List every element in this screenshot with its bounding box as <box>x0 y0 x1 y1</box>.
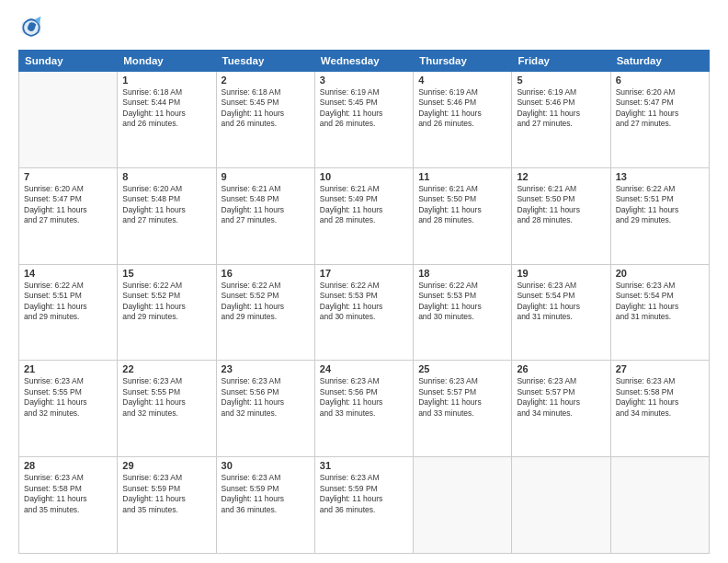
calendar-cell: 2Sunrise: 6:18 AM Sunset: 5:45 PM Daylig… <box>216 72 314 168</box>
calendar-cell: 17Sunrise: 6:22 AM Sunset: 5:53 PM Dayli… <box>314 264 413 361</box>
day-number: 11 <box>418 171 506 182</box>
calendar-cell: 4Sunrise: 6:19 AM Sunset: 5:46 PM Daylig… <box>414 72 512 168</box>
day-number: 12 <box>517 171 605 182</box>
weekday-header-friday: Friday <box>512 51 610 72</box>
day-number: 19 <box>517 268 605 279</box>
calendar-cell: 31Sunrise: 6:23 AM Sunset: 5:59 PM Dayli… <box>314 457 413 554</box>
cell-text: Sunrise: 6:22 AM Sunset: 5:53 PM Dayligh… <box>418 281 506 323</box>
cell-text: Sunrise: 6:19 AM Sunset: 5:46 PM Dayligh… <box>517 87 605 130</box>
weekday-header-sunday: Sunday <box>19 51 118 72</box>
cell-text: Sunrise: 6:20 AM Sunset: 5:47 PM Dayligh… <box>24 184 112 226</box>
day-number: 24 <box>320 363 408 374</box>
cell-text: Sunrise: 6:23 AM Sunset: 5:54 PM Dayligh… <box>616 281 704 323</box>
calendar-cell: 24Sunrise: 6:23 AM Sunset: 5:56 PM Dayli… <box>314 361 413 457</box>
day-number: 10 <box>320 171 408 182</box>
calendar-cell: 12Sunrise: 6:21 AM Sunset: 5:50 PM Dayli… <box>512 167 610 264</box>
cell-text: Sunrise: 6:19 AM Sunset: 5:45 PM Dayligh… <box>320 87 408 130</box>
cell-text: Sunrise: 6:22 AM Sunset: 5:52 PM Dayligh… <box>122 281 210 323</box>
cell-text: Sunrise: 6:23 AM Sunset: 5:55 PM Dayligh… <box>24 376 112 419</box>
logo-icon <box>18 15 44 40</box>
weekday-header-monday: Monday <box>118 51 216 72</box>
cell-text: Sunrise: 6:23 AM Sunset: 5:54 PM Dayligh… <box>517 281 605 323</box>
day-number: 16 <box>222 268 310 279</box>
day-number: 8 <box>122 171 210 182</box>
day-number: 26 <box>517 363 605 374</box>
day-number: 17 <box>320 268 408 279</box>
calendar-cell: 27Sunrise: 6:23 AM Sunset: 5:58 PM Dayli… <box>610 361 709 457</box>
day-number: 7 <box>24 171 112 182</box>
day-number: 25 <box>418 363 506 374</box>
calendar-cell: 28Sunrise: 6:23 AM Sunset: 5:58 PM Dayli… <box>19 457 118 554</box>
cell-text: Sunrise: 6:23 AM Sunset: 5:58 PM Dayligh… <box>616 376 704 419</box>
calendar-cell: 23Sunrise: 6:23 AM Sunset: 5:56 PM Dayli… <box>216 361 314 457</box>
cell-text: Sunrise: 6:20 AM Sunset: 5:48 PM Dayligh… <box>122 184 210 226</box>
cell-text: Sunrise: 6:18 AM Sunset: 5:44 PM Dayligh… <box>122 87 210 130</box>
cell-text: Sunrise: 6:23 AM Sunset: 5:56 PM Dayligh… <box>222 376 310 419</box>
weekday-header-thursday: Thursday <box>414 51 512 72</box>
day-number: 29 <box>122 460 210 471</box>
cell-text: Sunrise: 6:23 AM Sunset: 5:58 PM Dayligh… <box>24 473 112 515</box>
calendar-cell: 15Sunrise: 6:22 AM Sunset: 5:52 PM Dayli… <box>118 264 216 361</box>
day-number: 28 <box>24 460 112 471</box>
calendar-cell: 11Sunrise: 6:21 AM Sunset: 5:50 PM Dayli… <box>414 167 512 264</box>
calendar-cell: 13Sunrise: 6:22 AM Sunset: 5:51 PM Dayli… <box>610 167 709 264</box>
calendar-cell: 20Sunrise: 6:23 AM Sunset: 5:54 PM Dayli… <box>610 264 709 361</box>
calendar-cell: 16Sunrise: 6:22 AM Sunset: 5:52 PM Dayli… <box>216 264 314 361</box>
cell-text: Sunrise: 6:21 AM Sunset: 5:50 PM Dayligh… <box>517 184 605 226</box>
cell-text: Sunrise: 6:20 AM Sunset: 5:47 PM Dayligh… <box>616 87 704 130</box>
weekday-header-tuesday: Tuesday <box>216 51 314 72</box>
cell-text: Sunrise: 6:22 AM Sunset: 5:53 PM Dayligh… <box>320 281 408 323</box>
calendar-week-row: 21Sunrise: 6:23 AM Sunset: 5:55 PM Dayli… <box>19 361 710 457</box>
header <box>18 15 710 40</box>
calendar-cell <box>19 72 118 168</box>
cell-text: Sunrise: 6:21 AM Sunset: 5:49 PM Dayligh… <box>320 184 408 226</box>
day-number: 20 <box>616 268 704 279</box>
calendar-cell: 30Sunrise: 6:23 AM Sunset: 5:59 PM Dayli… <box>216 457 314 554</box>
calendar-cell: 1Sunrise: 6:18 AM Sunset: 5:44 PM Daylig… <box>118 72 216 168</box>
cell-text: Sunrise: 6:18 AM Sunset: 5:45 PM Dayligh… <box>222 87 310 130</box>
day-number: 6 <box>616 75 704 86</box>
day-number: 18 <box>418 268 506 279</box>
calendar-week-row: 28Sunrise: 6:23 AM Sunset: 5:58 PM Dayli… <box>19 457 710 554</box>
calendar-cell <box>512 457 610 554</box>
cell-text: Sunrise: 6:23 AM Sunset: 5:57 PM Dayligh… <box>517 376 605 419</box>
calendar-cell: 29Sunrise: 6:23 AM Sunset: 5:59 PM Dayli… <box>118 457 216 554</box>
calendar-cell <box>610 457 709 554</box>
calendar-cell: 5Sunrise: 6:19 AM Sunset: 5:46 PM Daylig… <box>512 72 610 168</box>
cell-text: Sunrise: 6:23 AM Sunset: 5:59 PM Dayligh… <box>320 473 408 515</box>
logo <box>18 15 48 40</box>
day-number: 9 <box>222 171 310 182</box>
day-number: 21 <box>24 363 112 374</box>
day-number: 27 <box>616 363 704 374</box>
calendar-cell <box>414 457 512 554</box>
day-number: 23 <box>222 363 310 374</box>
calendar-week-row: 14Sunrise: 6:22 AM Sunset: 5:51 PM Dayli… <box>19 264 710 361</box>
cell-text: Sunrise: 6:23 AM Sunset: 5:59 PM Dayligh… <box>122 473 210 515</box>
calendar-cell: 25Sunrise: 6:23 AM Sunset: 5:57 PM Dayli… <box>414 361 512 457</box>
calendar-cell: 9Sunrise: 6:21 AM Sunset: 5:48 PM Daylig… <box>216 167 314 264</box>
calendar-cell: 18Sunrise: 6:22 AM Sunset: 5:53 PM Dayli… <box>414 264 512 361</box>
page: SundayMondayTuesdayWednesdayThursdayFrid… <box>0 0 728 563</box>
calendar-cell: 19Sunrise: 6:23 AM Sunset: 5:54 PM Dayli… <box>512 264 610 361</box>
calendar-cell: 26Sunrise: 6:23 AM Sunset: 5:57 PM Dayli… <box>512 361 610 457</box>
calendar-cell: 6Sunrise: 6:20 AM Sunset: 5:47 PM Daylig… <box>610 72 709 168</box>
cell-text: Sunrise: 6:22 AM Sunset: 5:52 PM Dayligh… <box>222 281 310 323</box>
calendar-week-row: 7Sunrise: 6:20 AM Sunset: 5:47 PM Daylig… <box>19 167 710 264</box>
day-number: 5 <box>517 75 605 86</box>
day-number: 14 <box>24 268 112 279</box>
day-number: 4 <box>418 75 506 86</box>
day-number: 1 <box>122 75 210 86</box>
calendar-week-row: 1Sunrise: 6:18 AM Sunset: 5:44 PM Daylig… <box>19 72 710 168</box>
calendar-table: SundayMondayTuesdayWednesdayThursdayFrid… <box>18 50 710 554</box>
cell-text: Sunrise: 6:21 AM Sunset: 5:48 PM Dayligh… <box>222 184 310 226</box>
weekday-header-row: SundayMondayTuesdayWednesdayThursdayFrid… <box>19 51 710 72</box>
day-number: 31 <box>320 460 408 471</box>
day-number: 2 <box>222 75 310 86</box>
weekday-header-wednesday: Wednesday <box>314 51 413 72</box>
cell-text: Sunrise: 6:23 AM Sunset: 5:59 PM Dayligh… <box>222 473 310 515</box>
cell-text: Sunrise: 6:19 AM Sunset: 5:46 PM Dayligh… <box>418 87 506 130</box>
cell-text: Sunrise: 6:23 AM Sunset: 5:57 PM Dayligh… <box>418 376 506 419</box>
calendar-cell: 14Sunrise: 6:22 AM Sunset: 5:51 PM Dayli… <box>19 264 118 361</box>
day-number: 3 <box>320 75 408 86</box>
calendar-cell: 8Sunrise: 6:20 AM Sunset: 5:48 PM Daylig… <box>118 167 216 264</box>
